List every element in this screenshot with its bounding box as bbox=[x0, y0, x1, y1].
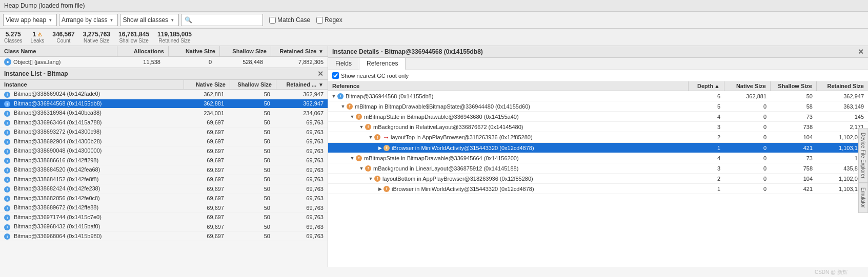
instance-name: i Bitmap@338682424 (0x142fe238) bbox=[4, 185, 180, 193]
shallow-size-value: 16,761,845 bbox=[118, 31, 149, 38]
reference-row[interactable]: ▼ f mBitmap in BitmapDrawable$BitmapStat… bbox=[328, 101, 868, 112]
instance-list-item[interactable]: i Bitmap@338684520 (0x142fea68) 69,697 5… bbox=[0, 165, 328, 175]
leak-warning-icon: ⚠ bbox=[37, 32, 42, 37]
instance-shallow: 50 bbox=[226, 176, 272, 182]
instance-list-item[interactable]: i Bitmap@338693272 (0x14300c98) 69,697 5… bbox=[0, 127, 328, 137]
instance-retained: 69,763 bbox=[272, 129, 324, 135]
instance-list-item[interactable]: i Bitmap@338689672 (0x142ffe88) 69,697 5… bbox=[0, 203, 328, 213]
tree-toggle[interactable]: ▼ bbox=[358, 166, 365, 171]
instance-list-item[interactable]: i Bitmap@336971744 (0x1415c7e0) 69,697 5… bbox=[0, 213, 328, 223]
reference-row[interactable]: ▼ f mBackground in LinearLayout@33687591… bbox=[328, 163, 868, 174]
ref-name-cell: ▼ i Bitmap@336944568 (0x14155db8) bbox=[328, 93, 689, 99]
tree-toggle[interactable]: ▶ bbox=[376, 145, 383, 151]
reference-row[interactable]: ▼ f layoutBottom in AppPlayBrowser@31826… bbox=[328, 174, 868, 184]
count-stat: 346,567 Count bbox=[52, 31, 74, 44]
show-select[interactable]: Show all classes ▼ bbox=[120, 14, 179, 26]
ref-retained-header: Retained Size bbox=[817, 81, 868, 91]
reference-row[interactable]: ▼ f → layoutTop in AppPlayBrowser@318263… bbox=[328, 132, 868, 143]
instance-shallow: 50 bbox=[226, 214, 272, 220]
regex-checkbox[interactable] bbox=[316, 17, 323, 24]
match-case-label[interactable]: Match Case bbox=[269, 16, 310, 24]
search-input[interactable] bbox=[194, 17, 259, 23]
instance-retained: 362,947 bbox=[272, 100, 324, 106]
class-name-cell: ● Object[] (java.lang) bbox=[4, 58, 113, 66]
arrange-select[interactable]: Arrange by class ▼ bbox=[59, 14, 118, 26]
ref-name-text: layoutBottom in AppPlayBrowser@318263936… bbox=[382, 176, 533, 182]
ref-name-text: iBrowser in MiniWorldActivity@315443320 … bbox=[392, 186, 534, 192]
instance-list-item[interactable]: i Bitmap@338686616 (0x142ff298) 69,697 5… bbox=[0, 156, 328, 166]
instance-header: Instance bbox=[0, 80, 184, 89]
instance-list-item[interactable]: i Bitmap@336963464 (0x1415a788) 69,697 5… bbox=[0, 118, 328, 128]
ref-name-text: mBitmapState in BitmapDrawable@336945664… bbox=[364, 155, 519, 161]
instance-retained: 69,763 bbox=[272, 214, 324, 220]
reference-row[interactable]: ▼ f mBackground in RelativeLayout@336876… bbox=[328, 122, 868, 132]
reference-row[interactable]: ▶ f iBrowser in MiniWorldActivity@315443… bbox=[328, 143, 868, 153]
instance-list-item[interactable]: i Bitmap@336968432 (0x1415baf0) 69,697 5… bbox=[0, 222, 328, 232]
ref-native: 362,881 bbox=[724, 93, 771, 99]
reference-row[interactable]: ▼ i Bitmap@336944568 (0x14155db8) 6 362,… bbox=[328, 91, 868, 101]
instance-list-item[interactable]: i Bitmap@338682056 (0x142fe0c8) 69,697 5… bbox=[0, 194, 328, 204]
instance-native: 362,881 bbox=[180, 91, 226, 97]
details-tabs: Fields References bbox=[328, 58, 868, 70]
instance-icon: i bbox=[4, 224, 10, 230]
tab-references[interactable]: References bbox=[359, 58, 406, 70]
ref-icon: f bbox=[374, 176, 380, 182]
instance-list-item[interactable]: i Bitmap@336968064 (0x1415b980) 69,697 5… bbox=[0, 232, 328, 242]
reference-list[interactable]: ▼ i Bitmap@336944568 (0x14155db8) 6 362,… bbox=[328, 91, 868, 267]
gc-root-checkbox[interactable] bbox=[332, 72, 339, 79]
details-close-button[interactable]: ✕ bbox=[858, 48, 864, 56]
tree-toggle[interactable]: ▼ bbox=[330, 94, 337, 99]
instance-retained: 69,763 bbox=[272, 138, 324, 144]
inst-shallow-header: Shallow Size bbox=[230, 80, 276, 89]
match-case-area: Match Case Regex bbox=[269, 16, 342, 24]
ref-name-cell: ▼ f mBitmapState in BitmapDrawable@33694… bbox=[328, 114, 689, 120]
view-select[interactable]: View app heap ▼ bbox=[3, 14, 57, 26]
tree-toggle[interactable]: ▼ bbox=[367, 135, 374, 140]
instance-icon: i bbox=[4, 186, 10, 193]
instance-icon: i bbox=[4, 111, 10, 117]
tree-toggle[interactable]: ▼ bbox=[358, 124, 365, 130]
instance-shallow: 50 bbox=[226, 224, 272, 230]
ref-retained: 363,149 bbox=[817, 103, 868, 110]
instance-panel-close-button[interactable]: ✕ bbox=[317, 70, 324, 78]
reference-row[interactable]: ▼ f mBitmapState in BitmapDrawable@33694… bbox=[328, 153, 868, 163]
ref-icon: i bbox=[337, 93, 344, 99]
ref-icon: f bbox=[365, 124, 371, 130]
tab-fields[interactable]: Fields bbox=[328, 58, 359, 70]
ref-name-cell: ▼ f layoutBottom in AppPlayBrowser@31826… bbox=[328, 176, 689, 182]
title-bar: Heap Dump (loaded from file) bbox=[0, 0, 868, 12]
instance-list-item[interactable]: i Bitmap@336944568 (0x14155db8) 362,881 … bbox=[0, 99, 328, 109]
device-file-explorer-tab[interactable]: Device File Explorer bbox=[858, 128, 868, 183]
reference-row[interactable]: ▼ f mBitmapState in BitmapDrawable@33694… bbox=[328, 112, 868, 122]
instance-list-item[interactable]: i Bitmap@338684152 (0x142fe8f8) 69,697 5… bbox=[0, 175, 328, 185]
instance-icon: i bbox=[4, 215, 10, 221]
tree-toggle[interactable]: ▼ bbox=[349, 114, 356, 119]
instance-icon: i bbox=[4, 101, 10, 107]
instance-list-item[interactable]: i Bitmap@336316984 (0x140bca38) 234,001 … bbox=[0, 109, 328, 118]
instance-list-item[interactable]: i Bitmap@338682424 (0x142fe238) 69,697 5… bbox=[0, 184, 328, 194]
instance-list[interactable]: i Bitmap@338669024 (0x142fade0) 362,881 … bbox=[0, 90, 328, 267]
instance-list-item[interactable]: i Bitmap@338692904 (0x14300b28) 69,697 5… bbox=[0, 137, 328, 147]
class-row[interactable]: ● Object[] (java.lang) 11,538 0 528,448 … bbox=[0, 57, 328, 68]
ref-native: 0 bbox=[724, 134, 771, 140]
instance-list-item[interactable]: i Bitmap@338669024 (0x142fade0) 362,881 … bbox=[0, 90, 328, 99]
tree-toggle[interactable]: ▶ bbox=[376, 186, 383, 191]
match-case-checkbox[interactable] bbox=[269, 17, 276, 24]
arrange-select-label: Arrange by class bbox=[62, 16, 107, 24]
ref-shallow: 421 bbox=[771, 145, 817, 151]
instance-list-item[interactable]: i Bitmap@338690048 (0x14300000) 69,697 5… bbox=[0, 146, 328, 156]
ref-icon: f bbox=[347, 103, 353, 110]
instance-native: 234,001 bbox=[180, 110, 226, 116]
instance-shallow: 50 bbox=[226, 138, 272, 144]
instance-name: i Bitmap@338686616 (0x142ff298) bbox=[4, 157, 180, 164]
instance-retained: 69,763 bbox=[272, 233, 324, 239]
ref-name-cell: ▶ f iBrowser in MiniWorldActivity@315443… bbox=[328, 145, 689, 151]
regex-label[interactable]: Regex bbox=[316, 16, 342, 24]
tree-toggle[interactable]: ▼ bbox=[349, 156, 356, 161]
tree-toggle[interactable]: ▼ bbox=[339, 104, 347, 109]
reference-row[interactable]: ▶ f iBrowser in MiniWorldActivity@315443… bbox=[328, 184, 868, 194]
emulator-tab[interactable]: Emulator bbox=[858, 183, 868, 212]
search-box[interactable]: 🔍 bbox=[181, 14, 263, 26]
tree-toggle[interactable]: ▼ bbox=[367, 176, 374, 181]
instance-icon: i bbox=[4, 148, 10, 155]
